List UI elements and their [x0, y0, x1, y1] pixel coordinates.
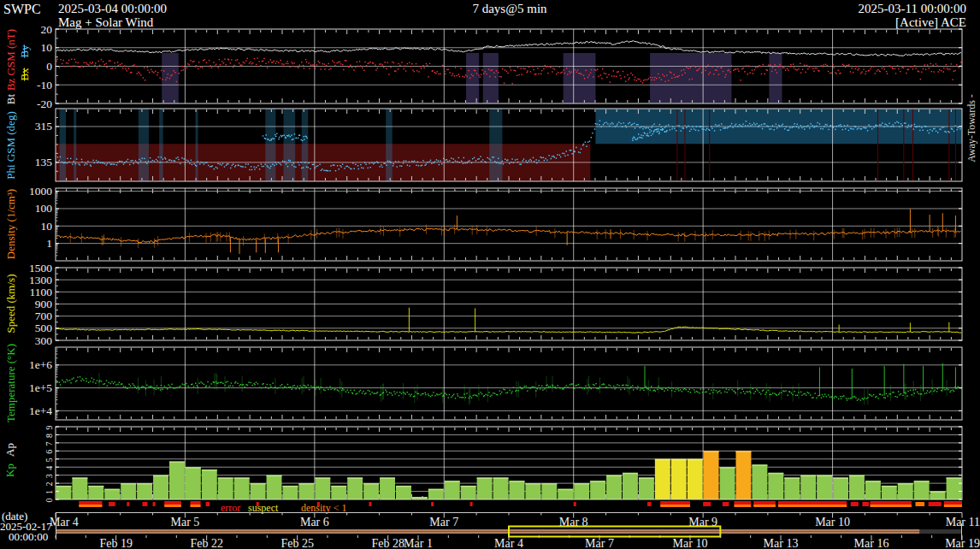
kp-bar [590, 481, 605, 499]
plot-canvas: 20100-10-2031513510001001011500130011009… [0, 0, 980, 549]
kp-bar [833, 478, 848, 500]
kp-bar [461, 486, 476, 499]
kp-bar [800, 475, 816, 499]
svg-text:8: 8 [44, 434, 54, 438]
svg-text:3: 3 [44, 474, 54, 478]
kp-bar [428, 489, 444, 499]
kp-bar [347, 478, 363, 500]
svg-text:1e+6: 1e+6 [29, 358, 52, 371]
kp-bar [865, 481, 881, 499]
timeline-label: Mar 10 [673, 537, 708, 549]
kp-bar [606, 475, 622, 499]
legend-suspect: suspect [248, 502, 278, 515]
kp-bar [525, 483, 540, 499]
kp-bar [121, 483, 136, 499]
svg-text:0: 0 [46, 60, 52, 73]
kp-bar [153, 475, 168, 499]
y-label-bt[interactable]: Bt [4, 94, 18, 104]
x-axis-label: Mar 5 [171, 516, 200, 528]
y-label-bx-toggle[interactable]: Bx [18, 68, 32, 80]
svg-text:2: 2 [44, 482, 54, 487]
kp-bar [623, 473, 638, 499]
kp-bar [380, 478, 395, 500]
svg-text:500: 500 [35, 322, 53, 334]
x-axis-label: Mar 4 [50, 516, 79, 528]
kp-bar [639, 478, 654, 500]
svg-text:20: 20 [41, 23, 53, 36]
svg-text:6: 6 [44, 450, 54, 454]
timeline-label: Mar 7 [585, 537, 614, 549]
kp-bar [849, 475, 865, 499]
svg-text:4: 4 [44, 466, 54, 470]
plot-mode-title[interactable]: Mag + Solar Wind [58, 15, 153, 30]
kp-bar [56, 486, 72, 499]
kp-bar [218, 478, 233, 500]
svg-text:135: 135 [35, 156, 53, 168]
kp-bar [768, 473, 783, 499]
svg-text:700: 700 [35, 310, 53, 322]
x-axis-label: Mar 7 [429, 516, 458, 528]
svg-text:900: 900 [35, 298, 53, 310]
svg-text:100: 100 [35, 202, 53, 215]
panel-temperature: 1e+61e+51e+4 [29, 347, 962, 420]
bx-struck-text: Bx [18, 68, 31, 80]
data-source-label[interactable]: [Active] ACE [895, 15, 966, 30]
svg-text:-10: -10 [37, 79, 52, 92]
y-label-temperature[interactable]: Temperature (°K) [4, 344, 18, 422]
timeline-label: Mar 16 [854, 537, 889, 549]
svg-text:1300: 1300 [29, 274, 52, 286]
timeline-label: Mar 13 [764, 537, 799, 549]
timeline-label: Feb 25 [280, 537, 314, 549]
svg-text:1500: 1500 [29, 262, 52, 274]
timeline-label: Mar 1 [404, 537, 433, 549]
svg-text:1: 1 [44, 490, 54, 494]
y-label-speed[interactable]: Speed (km/s) [4, 274, 18, 334]
y-label-density[interactable]: Density (1/cm³) [4, 189, 18, 259]
kp-bar [267, 475, 282, 499]
kp-bar [574, 483, 589, 499]
svg-text:1e+4: 1e+4 [29, 404, 52, 417]
kp-bar [510, 481, 525, 499]
kp-bar [202, 469, 217, 499]
kp-bar [671, 459, 687, 499]
kp-bar [817, 475, 832, 499]
svg-text:1e+5: 1e+5 [29, 381, 52, 394]
legend-error: error [221, 502, 240, 515]
panel-phi: 315135 [35, 109, 962, 181]
timeline-origin-time: 00:00:00 [9, 530, 48, 544]
legend-density-lt-1: density < 1 [301, 502, 346, 515]
window-end-datetime: 2025-03-11 00:00:00 [858, 2, 966, 16]
svg-text:300: 300 [35, 334, 53, 347]
kp-bar [720, 467, 735, 499]
kp-bar [363, 483, 379, 499]
swpc-ace-plot-window: 20100-10-2031513510001001011500130011009… [0, 0, 980, 549]
kp-bar [898, 483, 913, 499]
svg-text:1000: 1000 [29, 185, 52, 198]
kp-bar [234, 478, 250, 500]
kp-bar [784, 478, 800, 500]
app-brand: SWPC [3, 2, 41, 17]
y-label-by-toggle[interactable]: By [18, 44, 32, 57]
kp-bar [88, 486, 103, 499]
kp-bar [493, 478, 509, 500]
kp-bar [72, 478, 87, 500]
y-label-phi-gsm[interactable]: Phi GSM (deg) [4, 111, 18, 179]
kp-bar [541, 483, 557, 499]
kp-bar [445, 481, 460, 499]
x-axis-label: Mar 11 [946, 516, 980, 528]
kp-bar [331, 486, 346, 499]
svg-text:1: 1 [46, 237, 52, 250]
panel-speed: 150013001100900700500300 [29, 262, 962, 347]
window-start-datetime: 2025-03-04 00:00:00 [58, 2, 167, 16]
kp-bar [251, 483, 266, 499]
y-label-kp[interactable]: Kp [3, 463, 17, 477]
kp-bar [283, 486, 298, 499]
svg-text:10: 10 [41, 220, 53, 233]
y-label-bz-gsm[interactable]: Bz GSM (nT) [4, 29, 18, 91]
x-axis-label: Mar 6 [300, 516, 329, 528]
y-label-ap[interactable]: Ap [3, 443, 17, 457]
panel-density: 1000100101 [29, 185, 962, 261]
by-struck-text: By [18, 44, 31, 57]
kp-bar [137, 483, 152, 499]
panel-mag: 20100-10-20 [37, 23, 962, 110]
